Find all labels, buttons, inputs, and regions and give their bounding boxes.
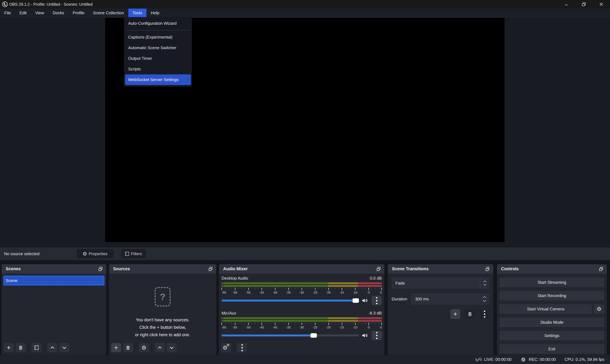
toolbar-separator xyxy=(136,343,136,352)
close-button[interactable] xyxy=(593,0,610,9)
source-properties-button[interactable]: ⚙ xyxy=(139,343,149,352)
scene-filters-button[interactable] xyxy=(32,343,42,352)
menu-bar: File Edit View Docks Profile Scene Colle… xyxy=(0,9,610,17)
add-source-button[interactable] xyxy=(111,343,121,352)
status-bar: LIVE: 00:00:00 REC: 00:00:00 CPU: 0.1%, … xyxy=(0,355,610,364)
menu-item-scripts[interactable]: Scripts xyxy=(124,64,192,74)
remove-source-button[interactable] xyxy=(123,343,133,352)
advanced-audio-properties-button[interactable]: ⚙⚙ xyxy=(221,343,231,352)
duration-spin-arrows[interactable] xyxy=(483,293,486,305)
volume-slider[interactable] xyxy=(222,298,359,303)
minimize-button[interactable] xyxy=(558,0,575,9)
menu-view[interactable]: View xyxy=(31,9,48,17)
filters-button[interactable]: Filters xyxy=(121,249,146,258)
add-scene-button[interactable] xyxy=(4,343,14,352)
volume-slider-handle[interactable] xyxy=(310,333,317,338)
settings-button[interactable]: Settings xyxy=(499,331,604,340)
remove-transition-button[interactable] xyxy=(465,309,475,319)
toolbar-separator xyxy=(44,343,45,352)
meter-tick-label: -10 xyxy=(353,326,357,329)
no-source-selected-label: No source selected xyxy=(4,247,40,260)
meter-tick-label: -25 xyxy=(313,326,317,329)
scenes-toolbar xyxy=(4,343,104,352)
sources-empty-state[interactable]: ? You don't have any sources. Click the … xyxy=(109,273,216,339)
menu-item-captions[interactable]: Captions (Experimental) xyxy=(124,32,192,42)
add-transition-button[interactable] xyxy=(450,309,460,319)
menu-profile[interactable]: Profile xyxy=(69,9,89,17)
volume-slider[interactable] xyxy=(222,333,359,338)
channel-name: Mic/Aux xyxy=(222,311,236,316)
popout-icon[interactable] xyxy=(209,267,213,271)
toolbar-separator xyxy=(152,343,152,352)
start-recording-button[interactable]: Start Recording xyxy=(499,291,604,300)
scenes-panel-title: Scenes xyxy=(6,266,21,271)
menu-docks[interactable]: Docks xyxy=(48,9,69,17)
menu-help[interactable]: Help xyxy=(146,9,163,17)
volume-meter-bar xyxy=(222,282,382,284)
menu-file[interactable]: File xyxy=(0,9,15,17)
sources-empty-line: Click the + button below, xyxy=(135,324,190,331)
menu-item-automatic-scene-switcher[interactable]: Automatic Scene Switcher xyxy=(124,42,192,53)
remove-scene-button[interactable] xyxy=(16,343,26,352)
duration-spinbox[interactable]: 300 ms xyxy=(411,293,489,305)
scene-list-item-selected[interactable]: Scene xyxy=(3,275,105,286)
popout-icon[interactable] xyxy=(486,267,490,271)
studio-mode-button[interactable]: Studio Mode xyxy=(499,318,604,327)
virtual-camera-settings-button[interactable]: ⚙ xyxy=(594,304,604,314)
popout-icon[interactable] xyxy=(599,267,603,271)
menu-item-websocket-server-settings[interactable]: WebSocket Server Settings xyxy=(125,74,191,85)
kebab-icon xyxy=(484,311,485,318)
window-title: OBS 29.1.2 - Profile: Untitled - Scenes:… xyxy=(9,2,93,7)
move-source-down-button[interactable] xyxy=(167,343,177,352)
duration-row: Duration 300 ms xyxy=(392,293,489,305)
transition-options-button[interactable] xyxy=(480,309,489,319)
menu-separator xyxy=(126,30,190,30)
gear-icon: ⚙ xyxy=(83,251,87,256)
scene-transitions-body: Fade Duration 300 ms xyxy=(388,273,493,323)
double-gear-icon: ⚙⚙ xyxy=(223,345,229,350)
popout-icon[interactable] xyxy=(377,267,381,271)
volume-slider-handle[interactable] xyxy=(353,298,359,303)
meter-tick-label: -55 xyxy=(233,291,237,294)
mixer-toolbar: ⚙⚙ xyxy=(221,343,382,352)
move-scene-down-button[interactable] xyxy=(59,343,69,352)
popout-icon[interactable] xyxy=(99,267,103,271)
mixer-options-button[interactable] xyxy=(237,343,247,352)
meter-scale: -60 -55 -50 -45 -40 -35 -30 -25 -20 -15 … xyxy=(222,290,382,295)
move-source-up-button[interactable] xyxy=(155,343,165,352)
exit-button[interactable]: Exit xyxy=(499,344,604,354)
meter-tick-label: -50 xyxy=(246,291,251,294)
menu-edit[interactable]: Edit xyxy=(15,9,31,17)
meter-tick-label: 0 xyxy=(380,326,382,329)
menu-scene-collection[interactable]: Scene Collection xyxy=(89,9,128,17)
tools-dropdown-menu: Auto-Configuration Wizard Captions (Expe… xyxy=(124,17,192,87)
channel-options-button[interactable] xyxy=(372,296,382,305)
filters-label: Filters xyxy=(131,251,142,256)
sources-empty-line: or right click here to add one. xyxy=(135,331,190,339)
menu-tools[interactable]: Tools xyxy=(128,9,147,17)
start-virtual-camera-button[interactable]: Start Virtual Camera xyxy=(499,304,592,314)
live-status: LIVE: 00:00:00 xyxy=(475,357,511,362)
transition-select[interactable]: Fade xyxy=(392,277,489,289)
meter-tick-label: -5 xyxy=(367,326,370,329)
channel-options-button[interactable] xyxy=(372,331,382,340)
sources-empty-text: You don't have any sources. Click the + … xyxy=(135,316,190,339)
speaker-icon[interactable] xyxy=(361,298,368,303)
scenes-panel: Scenes Scene xyxy=(1,264,106,355)
speaker-icon[interactable] xyxy=(361,333,368,338)
scene-name: Scene xyxy=(6,278,17,283)
toolbar-separator xyxy=(234,343,234,352)
move-scene-up-button[interactable] xyxy=(47,343,57,352)
meter-tick-label: -20 xyxy=(326,326,331,329)
properties-button[interactable]: ⚙ Properties xyxy=(77,249,113,258)
start-streaming-button[interactable]: Start Streaming xyxy=(499,278,604,287)
menu-item-output-timer[interactable]: Output Timer xyxy=(124,53,192,64)
meter-tick-label: -45 xyxy=(259,326,264,329)
obs-logo-icon xyxy=(2,1,8,7)
channel-level-value: 0.0 dB xyxy=(370,276,382,281)
restore-button[interactable] xyxy=(575,0,593,9)
transition-select-arrows[interactable] xyxy=(480,277,489,289)
mixer-channel-desktop-audio: Desktop Audio 0.0 dB -60 -55 -50 -45 -40… xyxy=(222,276,382,305)
meter-tick-label: -30 xyxy=(299,326,304,329)
menu-item-auto-configuration-wizard[interactable]: Auto-Configuration Wizard xyxy=(124,18,192,29)
